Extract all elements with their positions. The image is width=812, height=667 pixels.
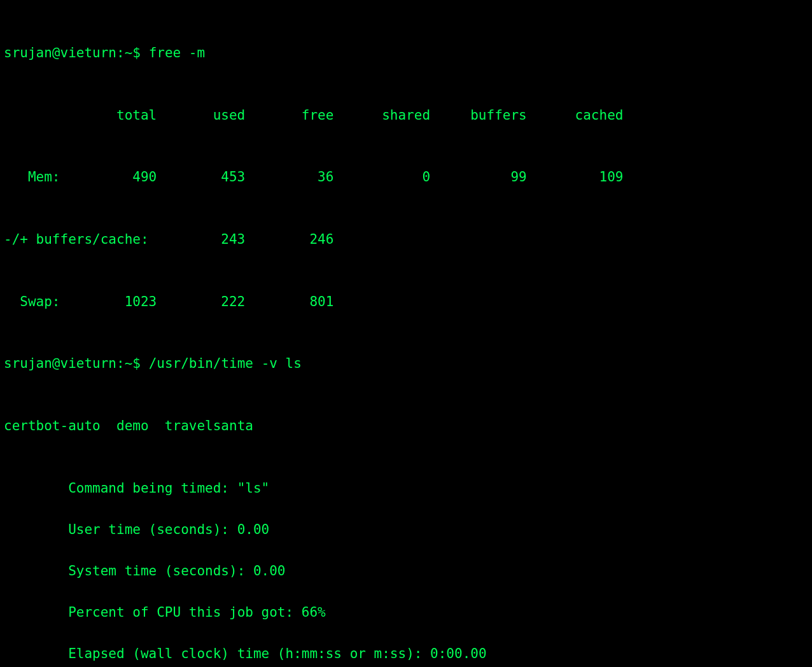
swap-used: 222 bbox=[157, 291, 245, 312]
buf-used: 243 bbox=[149, 229, 246, 250]
prompt-sigil: $ bbox=[132, 45, 141, 60]
prompt-path: ~ bbox=[125, 45, 133, 60]
mem-total: 490 bbox=[60, 167, 157, 188]
prompt-sep: : bbox=[116, 356, 125, 371]
command-free: free -m bbox=[149, 45, 206, 60]
free-mem-row: Mem:49045336099109 bbox=[4, 167, 808, 188]
swap-label: Swap: bbox=[4, 291, 60, 312]
mem-buffers: 99 bbox=[430, 167, 527, 188]
mem-label: Mem: bbox=[4, 167, 60, 188]
mem-cached: 109 bbox=[527, 167, 624, 188]
time-line: System time (seconds): 0.00 bbox=[4, 561, 808, 582]
hdr-buffers: buffers bbox=[430, 105, 527, 126]
buf-free: 246 bbox=[245, 229, 333, 250]
mem-shared: 0 bbox=[333, 167, 430, 188]
free-swap-row: Swap:1023222801 bbox=[4, 291, 808, 312]
free-header-row: totalusedfreesharedbufferscached bbox=[4, 105, 808, 126]
prompt-userhost: srujan@vieturn bbox=[4, 45, 116, 60]
buf-label: -/+ buffers/cache: bbox=[4, 229, 149, 250]
hdr-total: total bbox=[60, 105, 157, 126]
mem-used: 453 bbox=[157, 167, 245, 188]
prompt-sigil: $ bbox=[132, 356, 141, 371]
swap-total: 1023 bbox=[60, 291, 157, 312]
ls-output: certbot-autodemotravelsanta bbox=[4, 416, 808, 437]
hdr-cached: cached bbox=[527, 105, 624, 126]
swap-free: 801 bbox=[245, 291, 333, 312]
mem-free: 36 bbox=[245, 167, 333, 188]
prompt-userhost: srujan@vieturn bbox=[4, 356, 116, 371]
prompt-path: ~ bbox=[125, 356, 133, 371]
prompt-line-2: srujan@vieturn:~$ /usr/bin/time -v ls bbox=[4, 353, 808, 374]
ls-item: certbot-auto bbox=[4, 418, 101, 433]
free-buffers-row: -/+ buffers/cache:243246 bbox=[4, 229, 808, 250]
hdr-shared: shared bbox=[333, 105, 430, 126]
time-line: Percent of CPU this job got: 66% bbox=[4, 602, 808, 623]
time-line: User time (seconds): 0.00 bbox=[4, 519, 808, 540]
prompt-line-1: srujan@vieturn:~$ free -m bbox=[4, 43, 808, 64]
ls-item: travelsanta bbox=[165, 418, 253, 433]
time-line: Command being timed: "ls" bbox=[4, 478, 808, 499]
time-line: Elapsed (wall clock) time (h:mm:ss or m:… bbox=[4, 643, 808, 664]
command-time-ls: /usr/bin/time -v ls bbox=[149, 356, 302, 371]
terminal-window[interactable]: srujan@vieturn:~$ free -m totalusedfrees… bbox=[0, 0, 812, 667]
hdr-used: used bbox=[157, 105, 245, 126]
prompt-sep: : bbox=[116, 45, 125, 60]
ls-item: demo bbox=[116, 418, 149, 433]
hdr-free: free bbox=[245, 105, 333, 126]
